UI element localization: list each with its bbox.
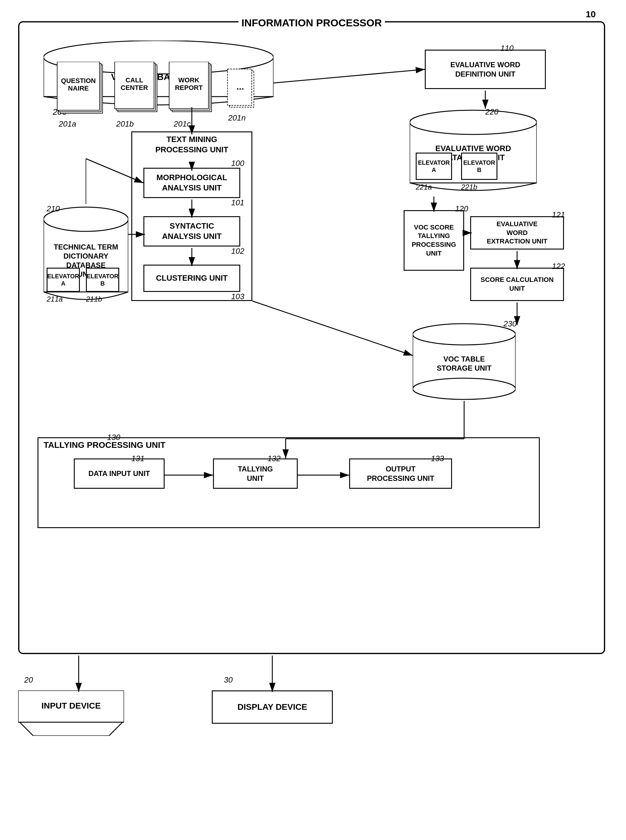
svg-text:VOC TABLE: VOC TABLE [444,355,485,363]
ref-133: 133 [431,454,444,463]
voc-score-label: VOC SCORE TALLYING PROCESSING UNIT [412,223,456,258]
syntactic-label: SYNTACTIC ANALYSIS UNIT [162,221,222,242]
voc-score-box: VOC SCORE TALLYING PROCESSING UNIT [404,210,464,271]
svg-marker-56 [18,721,124,736]
ref-220: 220 [485,107,498,116]
svg-text:...: ... [236,82,244,91]
ref-201b: 201b [116,119,134,129]
ref-102: 102 [231,247,244,256]
svg-text:TECHNICAL TERM: TECHNICAL TERM [54,243,118,251]
svg-text:STORAGE UNIT: STORAGE UNIT [437,364,491,372]
svg-text:CENTER: CENTER [121,84,148,91]
data-input-box: DATA INPUT UNIT [74,458,164,489]
eval-word-def-box: EVALUATIVE WORD DEFINITION UNIT [425,50,546,89]
svg-point-32 [413,324,516,345]
svg-line-49 [252,301,413,355]
clustering-box: CLUSTERING UNIT [143,265,240,292]
svg-text:DICTIONARY: DICTIONARY [64,252,108,260]
svg-text:EVALUATIVE WORD: EVALUATIVE WORD [435,144,511,153]
tech-elevator-a: ELEVATOR A [47,268,80,292]
tallying-unit-box: TALLYING UNIT [213,458,298,489]
main-processor-box: INFORMATION PROCESSOR VOC DATABASE UNIT … [18,21,605,654]
tech-elevator-b: ELEVATOR B [86,268,119,292]
ref-20: 20 [24,675,33,685]
ref-10: 10 [586,9,596,19]
ref-132: 132 [268,454,280,463]
ref-201c: 201c [174,119,191,129]
ref-201a: 201a [59,119,76,129]
call-center-doc: CALL CENTER [113,62,161,118]
tallying-unit-label: TALLYING UNIT [238,464,273,483]
display-device-label: DISPLAY DEVICE [238,702,307,713]
svg-text:WORK: WORK [178,76,199,84]
ref-121: 121 [552,210,565,220]
ref-100: 100 [231,159,244,168]
ref-130: 130 [107,433,120,442]
voc-table-cylinder: VOC TABLE STORAGE UNIT [413,322,516,401]
eval-word-def-label: EVALUATIVE WORD DEFINITION UNIT [450,60,520,79]
morphological-label: MORPHOLOGICAL ANALYSIS UNIT [156,173,227,193]
svg-text:CALL: CALL [125,76,143,84]
ref-211a: 211a [47,295,63,303]
svg-text:QUESTION: QUESTION [61,77,96,85]
page: 10 INFORMATION PROCESSOR VOC DATABASE UN… [0,0,626,840]
score-calc-box: SCORE CALCULATION UNIT [470,268,564,301]
eval-elevator-b: ELEVATOR B [461,152,498,180]
ellipsis-doc: ... [225,68,255,111]
eval-extract-label: EVALUATIVE WORD EXTRACTION UNIT [487,220,547,246]
ref-201n: 201n [228,113,246,122]
svg-text:NAIRE: NAIRE [68,85,89,92]
output-proc-label: OUTPUT PROCESSING UNIT [367,464,435,483]
ref-103: 103 [231,292,244,301]
questionnaire-doc: QUESTION NAIRE [56,62,107,118]
ref-122: 122 [552,262,565,271]
svg-point-28 [410,110,537,135]
ref-110: 110 [501,44,513,53]
score-calc-label: SCORE CALCULATION UNIT [480,276,554,293]
ref-221a: 221a [416,183,432,192]
ref-221b: 221b [461,183,477,192]
text-mining-label: TEXT MININGPROCESSING UNIT [133,135,251,155]
ref-211b: 211b [86,295,102,303]
ref-210: 210 [47,204,59,214]
ref-101: 101 [231,198,244,207]
info-processor-label: INFORMATION PROCESSOR [238,17,385,29]
ref-131: 131 [131,454,144,463]
svg-text:INPUT DEVICE: INPUT DEVICE [41,701,101,710]
data-input-label: DATA INPUT UNIT [88,469,150,478]
svg-text:REPORT: REPORT [175,84,203,91]
ref-120: 120 [455,204,468,214]
input-device-block: INPUT DEVICE [18,691,124,737]
work-report-doc: WORK REPORT [167,62,216,118]
morphological-box: MORPHOLOGICAL ANALYSIS UNIT [143,168,240,198]
eval-elevator-a: ELEVATOR A [416,152,452,180]
eval-extract-box: EVALUATIVE WORD EXTRACTION UNIT [470,216,564,250]
syntactic-box: SYNTACTIC ANALYSIS UNIT [143,216,240,247]
ref-230: 230 [504,319,516,328]
svg-point-33 [413,378,516,399]
svg-line-55 [274,69,425,83]
clustering-label: CLUSTERING UNIT [156,273,228,283]
display-device-box: DISPLAY DEVICE [212,691,333,724]
ref-30: 30 [224,675,233,685]
tallying-proc-label: TALLYING PROCESSING UNIT [44,440,166,450]
